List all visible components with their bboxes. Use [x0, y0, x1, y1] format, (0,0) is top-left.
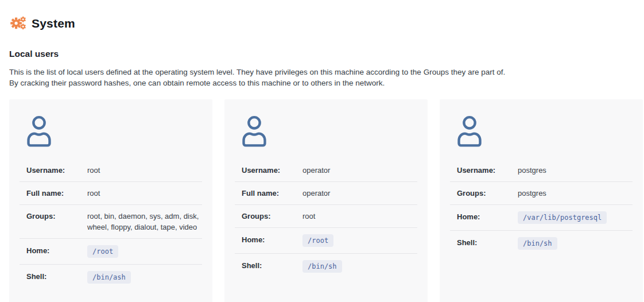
field-label: Shell: — [457, 237, 518, 248]
description-line: This is the list of local users defined … — [9, 67, 635, 78]
user-field-row: Groups: postgres — [450, 181, 633, 204]
user-field-row: Groups: root — [235, 204, 417, 227]
code-badge: /root — [302, 234, 333, 247]
section-description: This is the list of local users defined … — [9, 67, 635, 88]
user-field-row: Home: /root — [20, 238, 202, 264]
user-field-row: Full name: root — [20, 181, 202, 204]
user-card: Username: operator Full name: operator G… — [224, 99, 428, 302]
description-line: By cracking their password hashes, one c… — [9, 78, 635, 88]
code-badge: /root — [87, 245, 118, 258]
gears-icon — [9, 14, 26, 33]
code-badge: /bin/ash — [87, 271, 131, 284]
field-label: Username: — [457, 165, 518, 176]
user-field-row: Username: postgres — [450, 159, 633, 181]
user-field-row: Home: /var/lib/postgresql — [450, 204, 633, 230]
field-label: Groups: — [26, 211, 87, 222]
field-value: operator — [302, 188, 417, 199]
user-fields: Username: root Full name: root Groups: r… — [20, 159, 202, 290]
user-icon — [242, 115, 417, 149]
field-label: Shell: — [26, 271, 87, 282]
field-label: Home: — [26, 245, 87, 256]
user-field-row: Home: /root — [235, 227, 417, 253]
user-icon — [457, 115, 633, 149]
field-label: Home: — [242, 234, 302, 245]
field-value: postgres — [518, 188, 633, 199]
page: System Local users This is the list of l… — [0, 0, 644, 302]
user-cards: Username: root Full name: root Groups: r… — [9, 99, 635, 302]
field-value: postgres — [518, 165, 633, 176]
user-field-row: Groups: root, bin, daemon, sys, adm, dis… — [20, 204, 202, 238]
user-field-row: Shell: /bin/ash — [20, 264, 202, 290]
field-value: /bin/sh — [302, 260, 417, 273]
field-label: Username: — [242, 165, 302, 176]
user-card: Username: postgres Groups: postgres Home… — [440, 99, 643, 302]
field-label: Username: — [26, 165, 87, 176]
field-value: operator — [302, 165, 417, 176]
user-fields: Username: operator Full name: operator G… — [235, 159, 417, 279]
user-field-row: Full name: operator — [235, 181, 417, 204]
user-field-row: Shell: /bin/sh — [450, 230, 633, 256]
field-label: Full name: — [242, 188, 302, 199]
user-field-row: Username: operator — [235, 159, 417, 181]
code-badge: /bin/sh — [302, 260, 342, 273]
field-label: Groups: — [242, 211, 302, 222]
field-label: Groups: — [457, 188, 518, 199]
field-value: /bin/sh — [518, 237, 633, 250]
field-label: Shell: — [242, 260, 302, 271]
field-value: root — [302, 211, 417, 222]
field-value: /root — [302, 234, 417, 247]
code-badge: /bin/sh — [518, 237, 557, 250]
user-field-row: Shell: /bin/sh — [235, 253, 417, 279]
user-icon — [26, 115, 202, 149]
section-title: Local users — [9, 49, 635, 59]
field-label: Full name: — [26, 188, 87, 199]
field-value: root — [87, 188, 202, 199]
field-value: /root — [87, 245, 202, 258]
field-value: /var/lib/postgresql — [518, 211, 633, 224]
user-field-row: Username: root — [20, 159, 202, 181]
field-value: root, bin, daemon, sys, adm, disk, wheel… — [87, 211, 202, 233]
field-value: /bin/ash — [87, 271, 202, 284]
field-value: root — [87, 165, 202, 176]
user-fields: Username: postgres Groups: postgres Home… — [450, 159, 633, 256]
field-label: Home: — [457, 211, 518, 222]
code-badge: /var/lib/postgresql — [518, 211, 607, 224]
user-card: Username: root Full name: root Groups: r… — [9, 99, 212, 302]
page-header: System — [9, 15, 635, 32]
page-title: System — [32, 17, 75, 30]
